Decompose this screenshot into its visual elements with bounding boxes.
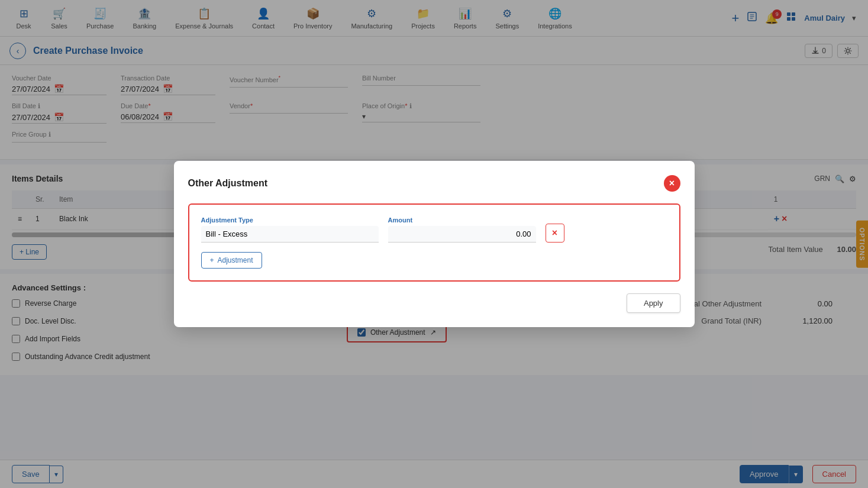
amount-field: Amount [388,216,536,243]
modal-overlay: Other Adjustment × Adjustment Type Amoun… [0,0,868,460]
remove-adjustment-btn[interactable]: × [546,224,564,243]
amount-label: Amount [388,216,536,224]
modal-footer: Apply [188,293,680,313]
modal-title: Other Adjustment [188,178,268,189]
add-adjustment-label: Adjustment [218,256,253,264]
apply-button[interactable]: Apply [627,293,680,313]
modal-close-button[interactable]: × [664,175,680,192]
adjustment-type-field: Adjustment Type [201,216,379,243]
amount-input[interactable] [388,226,536,243]
modal-header: Other Adjustment × [188,175,680,192]
modal-body: Adjustment Type Amount × + Adjustment [188,203,680,282]
modal-adjustment-row: Adjustment Type Amount × [201,216,667,243]
plus-icon: + [210,256,214,264]
adjustment-type-input[interactable] [201,226,379,243]
add-adjustment-button[interactable]: + Adjustment [201,252,262,269]
adjustment-type-label: Adjustment Type [201,216,379,224]
other-adjustment-modal: Other Adjustment × Adjustment Type Amoun… [174,161,695,327]
